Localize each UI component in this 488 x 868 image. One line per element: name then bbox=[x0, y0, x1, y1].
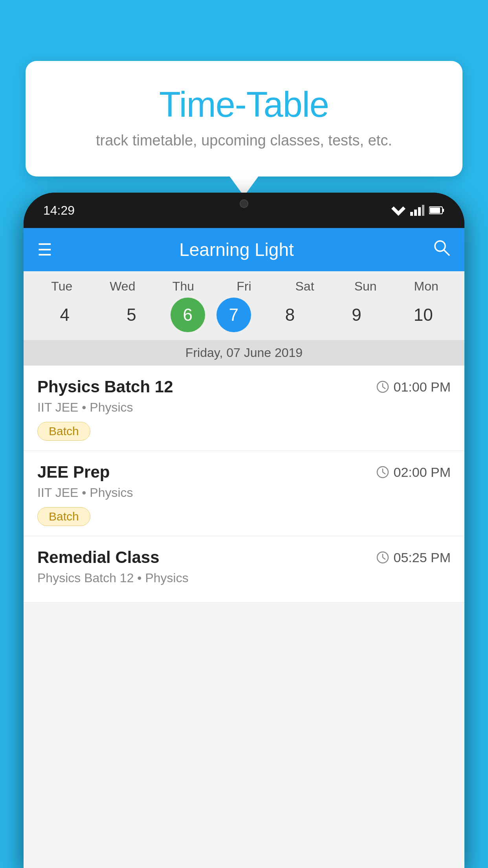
camera-dot bbox=[240, 199, 248, 208]
day-5[interactable]: 5 bbox=[104, 298, 159, 332]
batch-badge-1: Batch bbox=[37, 422, 90, 441]
class-meta-1: IIT JEE • Physics bbox=[37, 400, 451, 415]
class-item-1[interactable]: Physics Batch 12 01:00 PM IIT JEE • Phys… bbox=[24, 366, 464, 451]
class-name-3: Remedial Class bbox=[37, 548, 160, 567]
wifi-icon bbox=[391, 205, 405, 216]
day-7-selected[interactable]: 7 bbox=[216, 298, 251, 332]
class-time-2: 02:00 PM bbox=[376, 465, 451, 480]
class-time-3: 05:25 PM bbox=[376, 550, 451, 565]
tooltip-card: Time-Table track timetable, upcoming cla… bbox=[26, 61, 462, 177]
class-meta-2: IIT JEE • Physics bbox=[37, 485, 451, 500]
class-item-header-2: JEE Prep 02:00 PM bbox=[37, 463, 451, 482]
calendar-strip: Tue Wed Thu Fri Sat Sun Mon 4 5 6 7 8 9 … bbox=[24, 271, 464, 366]
svg-rect-4 bbox=[422, 205, 424, 216]
class-name-2: JEE Prep bbox=[37, 463, 110, 482]
day-headers: Tue Wed Thu Fri Sat Sun Mon bbox=[24, 279, 464, 294]
time-text-2: 02:00 PM bbox=[393, 465, 451, 480]
day-label-thu: Thu bbox=[156, 279, 211, 294]
day-9[interactable]: 9 bbox=[329, 298, 384, 332]
svg-line-18 bbox=[383, 557, 385, 559]
class-item-header-1: Physics Batch 12 01:00 PM bbox=[37, 377, 451, 396]
tooltip-subtitle: track timetable, upcoming classes, tests… bbox=[41, 132, 447, 149]
day-label-tue: Tue bbox=[34, 279, 90, 294]
class-meta-3: Physics Batch 12 • Physics bbox=[37, 571, 451, 585]
class-name-1: Physics Batch 12 bbox=[37, 377, 173, 396]
svg-line-9 bbox=[444, 250, 449, 256]
class-item-3[interactable]: Remedial Class 05:25 PM Physics Batch 12… bbox=[24, 536, 464, 603]
class-item-2[interactable]: JEE Prep 02:00 PM IIT JEE • Physics Batc… bbox=[24, 451, 464, 536]
svg-marker-0 bbox=[391, 206, 405, 216]
clock-icon-3 bbox=[376, 551, 389, 564]
day-label-fri: Fri bbox=[216, 279, 272, 294]
batch-badge-2: Batch bbox=[37, 507, 90, 526]
svg-rect-3 bbox=[418, 207, 421, 216]
svg-rect-7 bbox=[442, 209, 444, 212]
svg-rect-6 bbox=[430, 208, 440, 213]
time-text-1: 01:00 PM bbox=[393, 379, 451, 395]
day-label-mon: Mon bbox=[398, 279, 454, 294]
app-title: Learning Light bbox=[52, 239, 421, 260]
svg-line-12 bbox=[383, 387, 385, 389]
svg-point-8 bbox=[435, 241, 445, 251]
svg-line-15 bbox=[383, 472, 385, 474]
phone-screen: ☰ Learning Light Tue Wed Thu Fri Sat Sun… bbox=[24, 228, 464, 868]
phone-notch bbox=[213, 193, 275, 214]
day-8[interactable]: 8 bbox=[262, 298, 318, 332]
time-text-3: 05:25 PM bbox=[393, 550, 451, 565]
hamburger-menu-icon[interactable]: ☰ bbox=[37, 240, 52, 259]
day-label-wed: Wed bbox=[95, 279, 150, 294]
signal-icon bbox=[410, 205, 424, 216]
clock-icon-1 bbox=[376, 380, 389, 394]
status-bar: 14:29 bbox=[24, 193, 464, 228]
app-header: ☰ Learning Light bbox=[24, 228, 464, 271]
search-icon[interactable] bbox=[433, 239, 451, 261]
clock-icon-2 bbox=[376, 465, 389, 479]
status-time: 14:29 bbox=[43, 203, 75, 218]
day-4[interactable]: 4 bbox=[37, 298, 92, 332]
phone-frame: 14:29 ☰ bbox=[24, 193, 464, 868]
day-label-sat: Sat bbox=[277, 279, 332, 294]
selected-date: Friday, 07 June 2019 bbox=[24, 340, 464, 366]
class-list: Physics Batch 12 01:00 PM IIT JEE • Phys… bbox=[24, 366, 464, 603]
status-icons bbox=[391, 205, 445, 216]
day-numbers: 4 5 6 7 8 9 10 bbox=[24, 298, 464, 340]
class-time-1: 01:00 PM bbox=[376, 379, 451, 395]
day-label-sun: Sun bbox=[338, 279, 393, 294]
battery-icon bbox=[429, 206, 445, 215]
day-10[interactable]: 10 bbox=[396, 298, 451, 332]
tooltip-title: Time-Table bbox=[41, 85, 447, 125]
svg-rect-1 bbox=[410, 212, 413, 216]
day-6-today[interactable]: 6 bbox=[171, 298, 205, 332]
class-item-header-3: Remedial Class 05:25 PM bbox=[37, 548, 451, 567]
svg-rect-2 bbox=[414, 210, 417, 216]
